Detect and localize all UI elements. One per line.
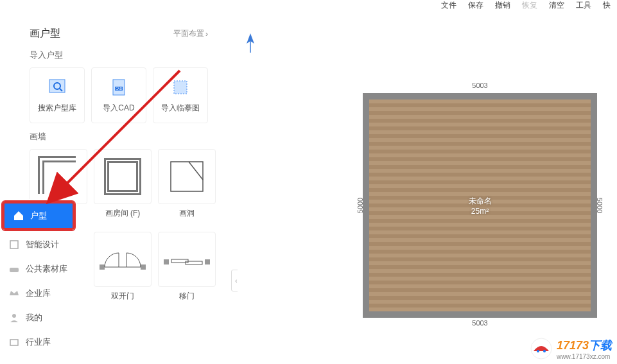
- menu-file[interactable]: 文件: [441, 0, 456, 11]
- crown-icon: [8, 287, 21, 300]
- card-label: 搜索户型库: [38, 103, 76, 114]
- svg-rect-20: [10, 268, 19, 272]
- svg-rect-8: [107, 160, 139, 193]
- menu-undo[interactable]: 撤销: [495, 0, 510, 11]
- menu-quick[interactable]: 快: [603, 0, 611, 11]
- sofa-icon: [8, 263, 21, 275]
- tool-draw-room[interactable]: 画房间 (F): [94, 149, 152, 219]
- svg-rect-11: [141, 264, 146, 270]
- svg-rect-22: [10, 340, 18, 345]
- tool-double-door[interactable]: 双开门: [94, 232, 152, 302]
- nav-label: 我的: [26, 312, 42, 324]
- svg-rect-6: [174, 81, 187, 94]
- watermark-url: www.17173xz.com: [557, 353, 612, 360]
- box-icon: [8, 336, 21, 349]
- section-import-label: 导入户型: [30, 49, 208, 61]
- card-label: 导入临摹图: [161, 103, 200, 114]
- svg-rect-19: [10, 241, 18, 248]
- svg-rect-16: [205, 259, 210, 264]
- magic-icon: [8, 238, 21, 251]
- svg-line-9: [189, 162, 203, 180]
- nav-label: 行业库: [26, 336, 51, 348]
- room-shape[interactable]: 5003 5003 5000 5000 未命名 25m²: [363, 93, 597, 318]
- svg-point-21: [12, 314, 16, 318]
- svg-point-26: [537, 350, 539, 352]
- svg-rect-10: [100, 264, 105, 270]
- trace-image-icon: [170, 77, 191, 98]
- dimension-left: 5000: [356, 198, 364, 213]
- design-canvas[interactable]: 5003 5003 5000 5000 未命名 25m²: [238, 19, 617, 364]
- watermark: 17173下载 www.17173xz.com: [530, 337, 612, 360]
- wall-label: 画房间 (F): [105, 208, 141, 219]
- wall-label: 双开门: [111, 291, 134, 302]
- search-icon: [47, 77, 67, 98]
- nav-layout[interactable]: 户型: [3, 202, 74, 230]
- nav-enterprise-library[interactable]: 企业库: [0, 281, 77, 306]
- card-label: 导入CAD: [103, 103, 134, 114]
- nav-public-library[interactable]: 公共素材库: [0, 257, 77, 281]
- tool-sliding-door[interactable]: 移门: [158, 232, 216, 302]
- nav-label: 户型: [30, 210, 47, 221]
- nav-label: 智能设计: [26, 239, 59, 250]
- menu-clear[interactable]: 清空: [549, 0, 564, 11]
- card-import-cad[interactable]: CAD 导入CAD: [91, 67, 146, 123]
- svg-rect-15: [164, 259, 169, 264]
- view-mode-toggle[interactable]: 平面布置 ›: [173, 28, 208, 39]
- top-toolbar: 文件 保存 撤销 恢复 清空 工具 快: [0, 0, 617, 19]
- nav-label: 企业库: [26, 288, 51, 299]
- compass-icon: [244, 32, 257, 56]
- tool-draw-hole[interactable]: 画洞: [158, 149, 216, 219]
- cad-file-icon: CAD: [109, 77, 129, 98]
- menu-redo[interactable]: 恢复: [522, 0, 537, 11]
- sidebar-nav: 户型 智能设计 公共素材库 企业库 我的 行业库: [0, 199, 77, 354]
- menu-save[interactable]: 保存: [468, 0, 483, 11]
- section-wall-label: 画墙: [30, 131, 208, 143]
- svg-text:CAD: CAD: [116, 87, 123, 91]
- room-label: 未命名 25m²: [469, 196, 492, 216]
- nav-label: 公共素材库: [26, 263, 67, 275]
- nav-mine[interactable]: 我的: [0, 306, 77, 330]
- wall-label: 画洞: [179, 208, 195, 219]
- wall-label: 移门: [179, 291, 195, 302]
- nav-smart-design[interactable]: 智能设计: [0, 232, 77, 257]
- chevron-right-icon: ›: [205, 30, 208, 39]
- menu-tool[interactable]: 工具: [576, 0, 591, 11]
- dimension-top: 5003: [472, 82, 487, 89]
- watermark-logo-icon: [530, 337, 553, 360]
- dimension-right: 5000: [596, 198, 604, 213]
- card-import-trace[interactable]: 导入临摹图: [153, 67, 208, 123]
- nav-industry-library[interactable]: 行业库: [0, 330, 77, 354]
- svg-rect-7: [107, 160, 139, 193]
- svg-point-27: [543, 350, 546, 352]
- house-icon: [12, 209, 25, 222]
- user-icon: [8, 311, 21, 324]
- card-search-library[interactable]: 搜索户型库: [30, 67, 85, 123]
- dimension-bottom: 5003: [472, 319, 487, 327]
- panel-title: 画户型: [30, 27, 60, 40]
